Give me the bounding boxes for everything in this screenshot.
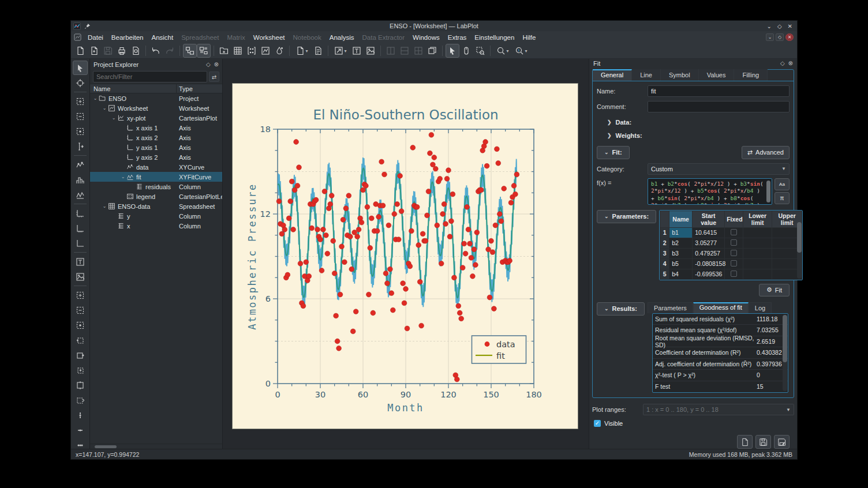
- fixed-checkbox[interactable]: [731, 271, 737, 277]
- parameters-scrollbar[interactable]: [797, 222, 802, 279]
- text-format-button[interactable]: Aa: [775, 178, 790, 190]
- comment-field[interactable]: [648, 101, 790, 112]
- parameters-table[interactable]: NameStart valueFixedLower limitUpper lim…: [659, 210, 803, 280]
- constants-button[interactable]: π: [775, 192, 790, 204]
- param-fixed-cell[interactable]: [725, 248, 743, 258]
- title-bar[interactable]: ENSO - [Worksheet] — LabPlot ⌄ ◇ ✕: [71, 21, 797, 31]
- save-as-button[interactable]: [774, 435, 790, 449]
- param-col-start-value[interactable]: Start value: [693, 211, 725, 227]
- zoom-select-x-button[interactable]: [73, 94, 88, 108]
- mdi-close-button[interactable]: ✕: [785, 33, 794, 41]
- param-name-cell[interactable]: b4: [669, 269, 693, 279]
- new-script-button[interactable]: ▾: [293, 44, 311, 58]
- zoom-fit-plot-button[interactable]: [73, 318, 88, 332]
- run-fit-button[interactable]: ⚙ Fit: [759, 284, 790, 296]
- shift-up-y-button[interactable]: [73, 393, 88, 407]
- param-start-cell[interactable]: -0.699536: [693, 269, 725, 279]
- param-name-cell[interactable]: b5: [669, 258, 693, 269]
- param-lower-cell[interactable]: [743, 248, 772, 258]
- data-section-toggle[interactable]: ❯ Data:: [607, 119, 790, 126]
- print-preview-button[interactable]: [129, 44, 143, 58]
- param-lower-cell[interactable]: [743, 269, 772, 279]
- new-document-button[interactable]: [73, 44, 87, 58]
- tab-line[interactable]: Line: [632, 69, 661, 81]
- tree-item-fit[interactable]: ⌄fitXYFitCurve: [90, 172, 222, 182]
- zoom-in-y-button[interactable]: [73, 438, 88, 449]
- zoom-in-x-button[interactable]: [73, 408, 88, 422]
- tree-item-xy-plot[interactable]: ⌄xy-plotCartesianPlot: [90, 113, 222, 123]
- new-datapicker-button[interactable]: [272, 44, 286, 58]
- param-fixed-cell[interactable]: [725, 258, 743, 269]
- scale-auto-x-button[interactable]: [73, 348, 88, 362]
- param-row-b1[interactable]: 1b110.6415: [660, 227, 802, 238]
- chevron-down-icon[interactable]: ⌄: [92, 96, 98, 101]
- add-fit-curve-button[interactable]: [73, 187, 88, 202]
- tab-filling[interactable]: Filling: [734, 69, 768, 81]
- mdi-minimize-button[interactable]: ⌄: [766, 33, 774, 41]
- chevron-down-icon[interactable]: ⌄: [102, 204, 107, 209]
- mdi-restore-button[interactable]: ◇: [776, 33, 784, 41]
- cursor-tool-button[interactable]: [73, 139, 88, 153]
- print-button[interactable]: [115, 44, 129, 58]
- tab-symbol[interactable]: Symbol: [661, 69, 699, 81]
- zoom-select-xy-button[interactable]: [73, 124, 88, 138]
- scale-auto-button[interactable]: [73, 333, 88, 347]
- param-fixed-cell[interactable]: [725, 238, 743, 248]
- tree-item-residuals[interactable]: residualsColumn: [90, 182, 222, 192]
- param-fixed-cell[interactable]: [725, 227, 743, 238]
- search-input[interactable]: [93, 71, 207, 82]
- zoom-select-mode-button[interactable]: [473, 44, 487, 58]
- export-button[interactable]: ▾: [331, 44, 350, 58]
- close-button[interactable]: ✕: [788, 23, 792, 29]
- formula-scrollbar[interactable]: [766, 181, 770, 202]
- recalculate-button[interactable]: [737, 435, 753, 449]
- results-tab-log[interactable]: Log: [749, 302, 772, 313]
- zoom-button[interactable]: ▾: [493, 44, 512, 58]
- new-folder-button[interactable]: [217, 44, 231, 58]
- zoom-out-x-button[interactable]: [73, 423, 88, 437]
- worksheet-view[interactable]: El Niño-Southern Oscillation030609012015…: [223, 59, 589, 449]
- menu-einstellungen[interactable]: Einstellungen: [470, 33, 518, 42]
- param-name-cell[interactable]: b1: [669, 227, 693, 238]
- results-tab-parameters[interactable]: Parameters: [648, 302, 693, 313]
- tab-values[interactable]: Values: [699, 69, 735, 81]
- param-col-name[interactable]: Name: [669, 211, 693, 227]
- param-row-b2[interactable]: 2b23.05277: [660, 238, 802, 248]
- select-mode-button[interactable]: [446, 44, 459, 58]
- param-col-lower-limit[interactable]: Lower limit: [743, 211, 772, 227]
- results-section-toggle[interactable]: ⌄ Results:: [597, 302, 645, 316]
- menu-ansicht[interactable]: Ansicht: [147, 33, 177, 42]
- float-panel-icon[interactable]: ◇: [206, 61, 211, 67]
- tree-item-Worksheet[interactable]: ⌄WorksheetWorksheet: [90, 103, 222, 113]
- explorer-hscrollbar[interactable]: [90, 444, 222, 449]
- fixed-checkbox[interactable]: [731, 250, 737, 256]
- add-image-button[interactable]: [364, 44, 377, 58]
- tab-general[interactable]: General: [593, 69, 632, 81]
- magnification-button[interactable]: 1▾: [512, 44, 530, 58]
- add-text-button[interactable]: [350, 44, 364, 58]
- shift-left-x-button[interactable]: [73, 363, 88, 377]
- zoom-select-y-button[interactable]: [73, 109, 88, 123]
- close-dock-icon[interactable]: ⊗: [788, 60, 793, 66]
- menu-extras[interactable]: Extras: [444, 33, 471, 42]
- zoom-out-plot-button[interactable]: [73, 303, 88, 317]
- param-row-b4[interactable]: 5b4-0.699536: [660, 269, 802, 279]
- name-field[interactable]: [648, 85, 790, 97]
- param-start-cell[interactable]: 10.6415: [693, 227, 725, 238]
- results-tab-goodness-of-fit[interactable]: Goodness of fit: [693, 302, 749, 313]
- param-row-b5[interactable]: 4b5-0.0808158: [660, 258, 802, 269]
- tree-item-x-axis-2[interactable]: x axis 2Axis: [90, 133, 222, 142]
- menu-hilfe[interactable]: Hilfe: [518, 33, 540, 42]
- chevron-down-icon[interactable]: ⌄: [120, 174, 126, 179]
- column-header-type[interactable]: Type: [177, 84, 222, 93]
- param-start-cell[interactable]: 0.479257: [693, 248, 725, 258]
- add-text-label-button[interactable]: [73, 254, 88, 269]
- undo-button[interactable]: [149, 44, 163, 58]
- menu-bearbeiten[interactable]: Bearbeiten: [107, 33, 148, 42]
- visible-checkbox[interactable]: ✓: [594, 420, 601, 427]
- chevron-down-icon[interactable]: ⌄: [102, 106, 107, 111]
- fixed-checkbox[interactable]: [731, 239, 737, 246]
- close-panel-icon[interactable]: ⊗: [214, 61, 219, 67]
- param-col-fixed[interactable]: Fixed: [725, 211, 743, 227]
- minimize-button[interactable]: ⌄: [767, 23, 772, 29]
